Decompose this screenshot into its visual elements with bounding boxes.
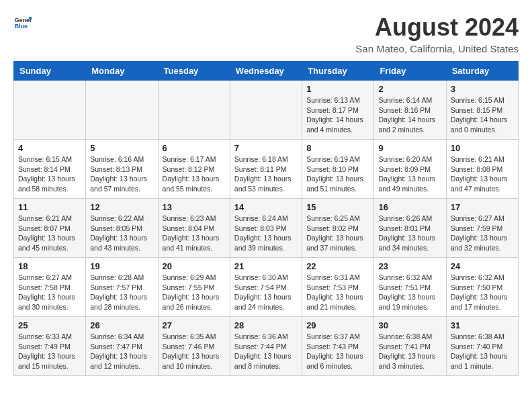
calendar-cell: 23Sunrise: 6:32 AM Sunset: 7:51 PM Dayli…	[374, 258, 446, 317]
day-header-tuesday: Tuesday	[158, 62, 230, 81]
day-header-friday: Friday	[374, 62, 446, 81]
svg-text:Blue: Blue	[14, 23, 28, 30]
day-number: 12	[90, 202, 153, 212]
day-number: 15	[306, 202, 369, 212]
calendar-cell: 7Sunrise: 6:18 AM Sunset: 8:11 PM Daylig…	[230, 140, 302, 199]
day-number: 30	[378, 320, 441, 330]
calendar-cell: 20Sunrise: 6:29 AM Sunset: 7:55 PM Dayli…	[158, 258, 230, 317]
calendar-cell: 24Sunrise: 6:32 AM Sunset: 7:50 PM Dayli…	[446, 258, 518, 317]
day-number: 24	[451, 261, 514, 271]
calendar-cell: 11Sunrise: 6:21 AM Sunset: 8:07 PM Dayli…	[14, 199, 86, 258]
title-section: August 2024 San Mateo, California, Unite…	[355, 13, 519, 54]
day-number: 25	[18, 320, 81, 330]
cell-content: Sunrise: 6:15 AM Sunset: 8:14 PM Dayligh…	[18, 154, 81, 194]
calendar-cell: 5Sunrise: 6:16 AM Sunset: 8:13 PM Daylig…	[86, 140, 158, 199]
calendar-cell: 18Sunrise: 6:27 AM Sunset: 7:58 PM Dayli…	[14, 258, 86, 317]
cell-content: Sunrise: 6:14 AM Sunset: 8:16 PM Dayligh…	[378, 95, 441, 135]
cell-content: Sunrise: 6:25 AM Sunset: 8:02 PM Dayligh…	[306, 214, 369, 253]
cell-content: Sunrise: 6:36 AM Sunset: 7:44 PM Dayligh…	[234, 332, 298, 371]
calendar-week-1: 1Sunrise: 6:13 AM Sunset: 8:17 PM Daylig…	[14, 81, 519, 140]
day-number: 21	[234, 261, 298, 271]
calendar-cell: 29Sunrise: 6:37 AM Sunset: 7:43 PM Dayli…	[302, 317, 374, 376]
cell-content: Sunrise: 6:19 AM Sunset: 8:10 PM Dayligh…	[306, 154, 369, 194]
calendar-week-2: 4Sunrise: 6:15 AM Sunset: 8:14 PM Daylig…	[14, 140, 519, 199]
calendar-week-4: 18Sunrise: 6:27 AM Sunset: 7:58 PM Dayli…	[14, 258, 519, 317]
calendar-cell	[230, 81, 302, 140]
calendar-cell: 4Sunrise: 6:15 AM Sunset: 8:14 PM Daylig…	[14, 140, 86, 199]
calendar-table: SundayMondayTuesdayWednesdayThursdayFrid…	[13, 61, 519, 376]
cell-content: Sunrise: 6:23 AM Sunset: 8:04 PM Dayligh…	[163, 214, 226, 253]
calendar-cell: 3Sunrise: 6:15 AM Sunset: 8:15 PM Daylig…	[446, 81, 518, 140]
cell-content: Sunrise: 6:17 AM Sunset: 8:12 PM Dayligh…	[163, 154, 226, 194]
cell-content: Sunrise: 6:18 AM Sunset: 8:11 PM Dayligh…	[234, 154, 298, 194]
calendar-cell: 30Sunrise: 6:38 AM Sunset: 7:41 PM Dayli…	[374, 317, 446, 376]
cell-content: Sunrise: 6:22 AM Sunset: 8:05 PM Dayligh…	[90, 214, 153, 253]
cell-content: Sunrise: 6:29 AM Sunset: 7:55 PM Dayligh…	[163, 273, 226, 312]
page-header: General Blue August 2024 San Mateo, Cali…	[13, 13, 519, 54]
calendar-cell: 15Sunrise: 6:25 AM Sunset: 8:02 PM Dayli…	[302, 199, 374, 258]
day-number: 29	[306, 320, 369, 330]
day-header-saturday: Saturday	[446, 62, 518, 81]
cell-content: Sunrise: 6:32 AM Sunset: 7:51 PM Dayligh…	[378, 273, 441, 312]
calendar-cell	[14, 81, 86, 140]
calendar-week-3: 11Sunrise: 6:21 AM Sunset: 8:07 PM Dayli…	[14, 199, 519, 258]
cell-content: Sunrise: 6:21 AM Sunset: 8:07 PM Dayligh…	[18, 214, 81, 253]
logo-icon: General Blue	[13, 13, 32, 32]
cell-content: Sunrise: 6:16 AM Sunset: 8:13 PM Dayligh…	[90, 154, 153, 194]
day-number: 20	[163, 261, 226, 271]
cell-content: Sunrise: 6:38 AM Sunset: 7:40 PM Dayligh…	[451, 332, 514, 371]
day-number: 17	[451, 202, 514, 212]
cell-content: Sunrise: 6:27 AM Sunset: 7:58 PM Dayligh…	[18, 273, 81, 312]
cell-content: Sunrise: 6:34 AM Sunset: 7:47 PM Dayligh…	[90, 332, 153, 371]
day-number: 23	[378, 261, 441, 271]
day-number: 13	[163, 202, 226, 212]
day-number: 26	[90, 320, 153, 330]
calendar-cell	[86, 81, 158, 140]
calendar-cell: 21Sunrise: 6:30 AM Sunset: 7:54 PM Dayli…	[230, 258, 302, 317]
calendar-cell: 25Sunrise: 6:33 AM Sunset: 7:49 PM Dayli…	[14, 317, 86, 376]
cell-content: Sunrise: 6:15 AM Sunset: 8:15 PM Dayligh…	[451, 95, 514, 135]
day-number: 5	[90, 143, 153, 153]
calendar-cell: 10Sunrise: 6:21 AM Sunset: 8:08 PM Dayli…	[446, 140, 518, 199]
cell-content: Sunrise: 6:32 AM Sunset: 7:50 PM Dayligh…	[451, 273, 514, 312]
calendar-cell: 6Sunrise: 6:17 AM Sunset: 8:12 PM Daylig…	[158, 140, 230, 199]
calendar-cell: 9Sunrise: 6:20 AM Sunset: 8:09 PM Daylig…	[374, 140, 446, 199]
day-header-monday: Monday	[86, 62, 158, 81]
day-number: 4	[18, 143, 81, 153]
calendar-cell: 16Sunrise: 6:26 AM Sunset: 8:01 PM Dayli…	[374, 199, 446, 258]
day-header-thursday: Thursday	[302, 62, 374, 81]
cell-content: Sunrise: 6:30 AM Sunset: 7:54 PM Dayligh…	[234, 273, 298, 312]
header-row: SundayMondayTuesdayWednesdayThursdayFrid…	[14, 62, 519, 81]
calendar-cell: 13Sunrise: 6:23 AM Sunset: 8:04 PM Dayli…	[158, 199, 230, 258]
cell-content: Sunrise: 6:24 AM Sunset: 8:03 PM Dayligh…	[234, 214, 298, 253]
cell-content: Sunrise: 6:20 AM Sunset: 8:09 PM Dayligh…	[378, 154, 441, 194]
cell-content: Sunrise: 6:35 AM Sunset: 7:46 PM Dayligh…	[163, 332, 226, 371]
calendar-week-5: 25Sunrise: 6:33 AM Sunset: 7:49 PM Dayli…	[14, 317, 519, 376]
month-year-title: August 2024	[355, 13, 519, 42]
calendar-cell: 1Sunrise: 6:13 AM Sunset: 8:17 PM Daylig…	[302, 81, 374, 140]
cell-content: Sunrise: 6:33 AM Sunset: 7:49 PM Dayligh…	[18, 332, 81, 371]
calendar-cell: 8Sunrise: 6:19 AM Sunset: 8:10 PM Daylig…	[302, 140, 374, 199]
calendar-cell: 14Sunrise: 6:24 AM Sunset: 8:03 PM Dayli…	[230, 199, 302, 258]
day-number: 14	[234, 202, 298, 212]
day-number: 10	[451, 143, 514, 153]
cell-content: Sunrise: 6:21 AM Sunset: 8:08 PM Dayligh…	[451, 154, 514, 194]
cell-content: Sunrise: 6:31 AM Sunset: 7:53 PM Dayligh…	[306, 273, 369, 312]
cell-content: Sunrise: 6:28 AM Sunset: 7:57 PM Dayligh…	[90, 273, 153, 312]
calendar-cell: 26Sunrise: 6:34 AM Sunset: 7:47 PM Dayli…	[86, 317, 158, 376]
day-number: 6	[163, 143, 226, 153]
day-header-sunday: Sunday	[14, 62, 86, 81]
location-subtitle: San Mateo, California, United States	[355, 43, 519, 54]
calendar-cell: 17Sunrise: 6:27 AM Sunset: 7:59 PM Dayli…	[446, 199, 518, 258]
calendar-cell: 12Sunrise: 6:22 AM Sunset: 8:05 PM Dayli…	[86, 199, 158, 258]
calendar-cell: 27Sunrise: 6:35 AM Sunset: 7:46 PM Dayli…	[158, 317, 230, 376]
calendar-cell: 2Sunrise: 6:14 AM Sunset: 8:16 PM Daylig…	[374, 81, 446, 140]
day-number: 16	[378, 202, 441, 212]
day-number: 3	[451, 84, 514, 94]
calendar-cell: 28Sunrise: 6:36 AM Sunset: 7:44 PM Dayli…	[230, 317, 302, 376]
day-header-wednesday: Wednesday	[230, 62, 302, 81]
cell-content: Sunrise: 6:26 AM Sunset: 8:01 PM Dayligh…	[378, 214, 441, 253]
day-number: 1	[306, 84, 369, 94]
cell-content: Sunrise: 6:27 AM Sunset: 7:59 PM Dayligh…	[451, 214, 514, 253]
cell-content: Sunrise: 6:37 AM Sunset: 7:43 PM Dayligh…	[306, 332, 369, 371]
